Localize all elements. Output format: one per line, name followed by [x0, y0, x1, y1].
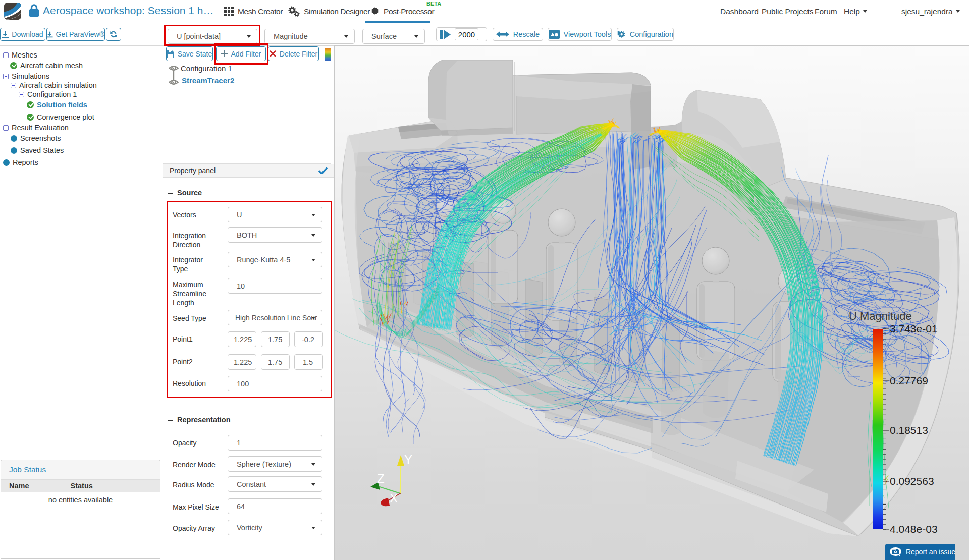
svg-text:Z: Z — [377, 472, 385, 485]
svg-text:X: X — [390, 491, 398, 505]
svg-text:0.18513: 0.18513 — [890, 424, 928, 436]
svg-text:3.743e-01: 3.743e-01 — [890, 323, 938, 334]
svg-text:0.27769: 0.27769 — [890, 375, 928, 386]
svg-text:4.048e-03: 4.048e-03 — [890, 523, 938, 535]
svg-text:U Magnitude: U Magnitude — [849, 310, 912, 322]
svg-text:Y: Y — [404, 453, 412, 466]
svg-text:0.092563: 0.092563 — [890, 475, 934, 487]
